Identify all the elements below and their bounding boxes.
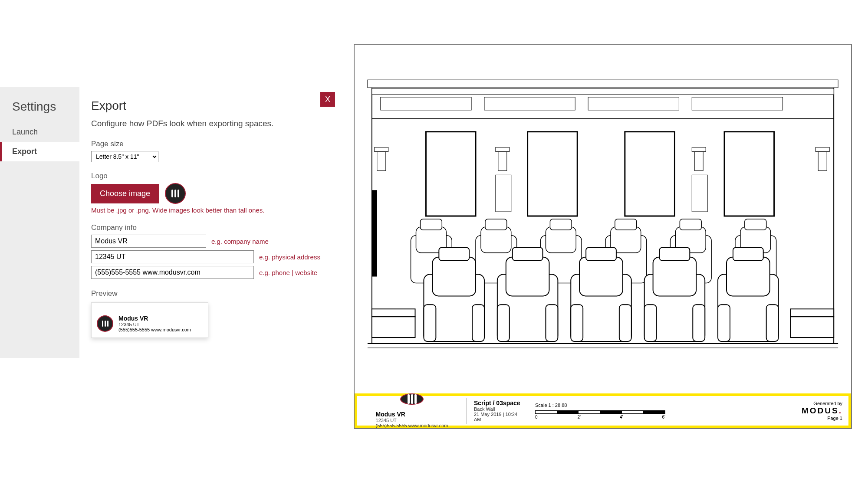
preview-logo-icon (97, 315, 113, 332)
scale-tick-3: 6' (662, 415, 665, 419)
scale-tick-0: 0' (535, 415, 538, 419)
preview-contact: (555)555-5555 www.modusvr.com (118, 327, 191, 332)
svg-rect-8 (426, 132, 476, 216)
scale-tick-1: 2' (578, 415, 581, 419)
svg-rect-28 (485, 219, 507, 230)
svg-rect-51 (506, 257, 549, 296)
footer-logo-icon (400, 393, 424, 405)
svg-rect-59 (619, 305, 631, 341)
svg-rect-16 (496, 175, 511, 212)
svg-rect-9 (528, 132, 578, 216)
svg-rect-15 (496, 147, 510, 152)
svg-rect-56 (579, 257, 623, 296)
svg-rect-46 (432, 257, 476, 296)
scale-tick-2: 4' (620, 415, 623, 419)
svg-rect-10 (625, 132, 675, 216)
svg-rect-1 (368, 80, 838, 88)
svg-rect-37 (680, 219, 701, 230)
svg-rect-52 (513, 248, 543, 261)
footer-scale-label: Scale 1 : 28.88 (535, 403, 665, 408)
export-panel: X Export Configure how PDFs look when ex… (91, 87, 339, 338)
sidebar-item-launch[interactable]: Launch (0, 122, 79, 142)
svg-rect-48 (424, 305, 436, 341)
scale-bar: 0' 2' 4' 6' (535, 409, 665, 419)
svg-rect-44 (790, 317, 834, 337)
svg-rect-30 (546, 227, 576, 253)
svg-rect-40 (745, 219, 766, 230)
footer-script-title: Script / 03space (474, 400, 521, 406)
company-address-input[interactable] (91, 250, 254, 263)
sidebar-item-export[interactable]: Export (0, 142, 79, 161)
logo-label: Logo (91, 172, 339, 180)
footer-company-contact: (555)555-5555 www.modusvr.com (376, 423, 448, 428)
company-name-input[interactable] (91, 235, 206, 248)
sidebar-title: Settings (0, 87, 79, 122)
company-contact-example: e.g. phone | website (259, 269, 317, 276)
footer-company-name: Modus VR (376, 411, 448, 418)
svg-rect-11 (724, 132, 774, 216)
footer-brand: MODUS. (802, 406, 842, 416)
svg-rect-49 (472, 305, 484, 341)
svg-rect-58 (571, 305, 583, 341)
svg-rect-42 (372, 317, 415, 337)
svg-rect-43 (790, 309, 834, 317)
logo-preview-icon (165, 183, 186, 204)
company-address-example: e.g. physical address (259, 253, 320, 261)
svg-rect-57 (586, 248, 616, 261)
svg-rect-47 (439, 248, 469, 261)
svg-rect-2 (372, 88, 834, 95)
drawing-footer: Modus VR 12345 UT (555)555-5555 www.modu… (355, 393, 851, 428)
svg-rect-68 (718, 305, 730, 341)
svg-rect-21 (815, 147, 829, 152)
logo-hint: Must be .jpg or .png. Wide images look b… (91, 206, 339, 214)
page-title: Export (91, 99, 339, 113)
page-size-label: Page size (91, 140, 339, 148)
company-info-label: Company info (91, 223, 339, 232)
choose-image-button[interactable]: Choose image (91, 184, 159, 203)
footer-page: Page 1 (802, 416, 842, 421)
footer-script-date: 21 May 2019 | 10:24 AM (474, 412, 521, 422)
footer-generated-label: Generated by (802, 401, 842, 406)
svg-rect-67 (733, 248, 763, 261)
preview-name: Modus VR (118, 315, 191, 322)
svg-rect-53 (497, 305, 510, 341)
footer-script-wall: Back Wall (474, 406, 521, 412)
footer-right: Generated by MODUS. Page 1 (796, 397, 848, 424)
preview-card: Modus VR 12345 UT (555)555-5555 www.modu… (91, 302, 208, 338)
svg-rect-41 (372, 309, 415, 317)
svg-rect-22 (372, 190, 377, 276)
svg-rect-61 (653, 257, 697, 296)
svg-rect-25 (420, 219, 442, 230)
preview-addr: 12345 UT (118, 322, 191, 327)
preview-label: Preview (91, 289, 339, 298)
drawing-preview: Modus VR 12345 UT (555)555-5555 www.modu… (354, 44, 852, 429)
svg-rect-31 (550, 219, 572, 230)
company-contact-input[interactable] (91, 266, 254, 279)
page-size-select[interactable]: Letter 8.5" x 11" (91, 151, 158, 162)
svg-rect-6 (692, 97, 783, 110)
svg-rect-34 (615, 219, 637, 230)
svg-rect-54 (546, 305, 558, 341)
settings-sidebar: Settings Launch Export (0, 87, 79, 358)
svg-rect-64 (693, 305, 705, 341)
elevation-drawing (355, 45, 851, 394)
svg-rect-69 (766, 305, 779, 341)
company-name-example: e.g. company name (211, 238, 269, 245)
close-button[interactable]: X (320, 92, 335, 107)
svg-rect-12 (377, 151, 386, 171)
svg-rect-14 (498, 151, 507, 171)
svg-rect-4 (484, 97, 575, 110)
svg-rect-19 (692, 175, 707, 212)
svg-rect-20 (818, 151, 827, 171)
svg-rect-13 (375, 147, 388, 152)
svg-rect-63 (644, 305, 657, 341)
svg-rect-18 (692, 147, 706, 152)
svg-rect-3 (381, 97, 471, 110)
svg-rect-17 (694, 151, 703, 171)
svg-rect-5 (588, 97, 679, 110)
svg-rect-66 (727, 257, 770, 296)
svg-rect-27 (481, 227, 511, 253)
page-subtitle: Configure how PDFs look when exporting s… (91, 119, 339, 128)
svg-rect-62 (660, 248, 690, 261)
footer-company-addr: 12345 UT (376, 418, 448, 423)
